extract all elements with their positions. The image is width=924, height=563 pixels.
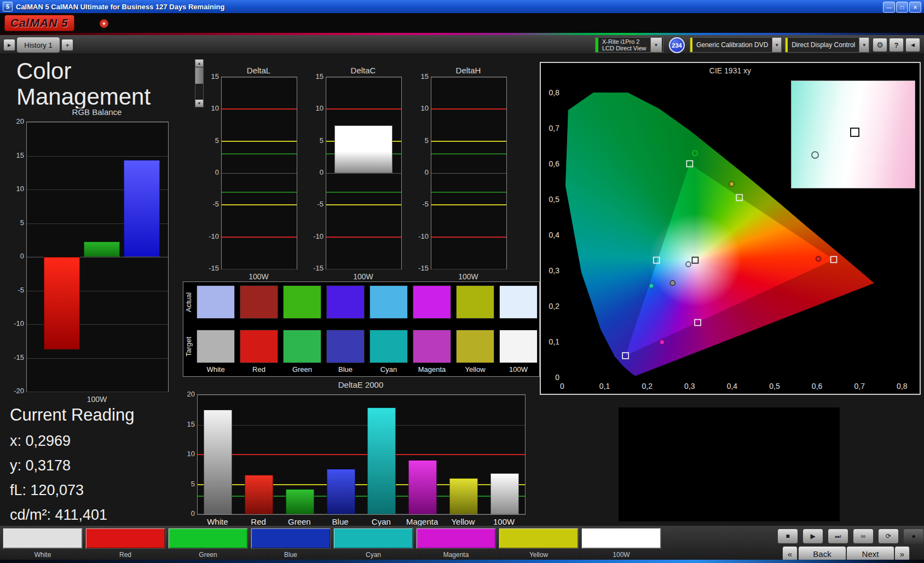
red-limit-line	[431, 237, 506, 238]
record-button[interactable]: ●	[903, 528, 924, 544]
rgb-balance-chart: RGB Balance20151050-5-10-15-20100W	[16, 107, 175, 403]
cie-x-tick: 0,5	[763, 382, 787, 390]
back-button[interactable]: Back	[798, 546, 846, 561]
page-title: Color Management	[16, 58, 224, 108]
stop-button[interactable]: ■	[777, 528, 798, 544]
rgb-balance-title: RGB Balance	[26, 107, 168, 117]
x-category-label: 100W	[483, 517, 525, 526]
tab-history-1[interactable]: History 1	[16, 37, 60, 53]
yellow-limit-line	[431, 141, 506, 142]
x-category-label: Cyan	[360, 517, 402, 526]
delta-bar	[334, 125, 392, 174]
pattern-patch-blue[interactable]	[251, 528, 331, 549]
y-tick-label: 20	[178, 390, 195, 398]
scroll-up-icon[interactable]: ▲	[195, 60, 203, 67]
deltae-title: DeltaE 2000	[197, 380, 524, 389]
y-tick-label: 5	[204, 136, 219, 145]
yellow-limit-line	[222, 141, 297, 142]
deltae-bar-yellow	[449, 478, 478, 514]
display-control-dropdown[interactable]: Direct Display Control ▼	[785, 37, 869, 53]
cie-x-tick: 0,3	[678, 382, 702, 390]
next-button[interactable]: Next	[846, 546, 894, 561]
gridline	[431, 173, 506, 174]
yellow-limit-line	[326, 204, 401, 205]
scroll-down-icon[interactable]: ▼	[195, 100, 203, 107]
green-limit-line	[222, 192, 297, 193]
play-button[interactable]: ▶	[802, 528, 823, 544]
y-tick-label: 10	[204, 104, 219, 112]
actual-swatch-magenta	[413, 285, 451, 319]
pattern-patch-white[interactable]	[3, 528, 83, 549]
minimize-button[interactable]: —	[883, 2, 895, 13]
y-tick-label: 0	[5, 252, 24, 260]
deltac-plot	[326, 77, 402, 269]
loop-button[interactable]: ∞	[853, 528, 874, 544]
display-control-label: Direct Display Control	[788, 38, 859, 52]
panel-expander-button[interactable]: ▶	[3, 39, 15, 51]
window-title: CalMAN 5 CalMAN Ultimate for Business 12…	[16, 3, 224, 11]
meter-text: X-Rite i1Pro 2 LCD Direct View	[598, 38, 650, 52]
chevron-down-icon[interactable]: ▼	[772, 38, 781, 52]
target-swatch-100w	[499, 330, 538, 363]
skip-forward-button[interactable]: ⏭	[828, 528, 848, 544]
x-category-label: Green	[279, 517, 320, 526]
y-tick-label: -15	[5, 353, 24, 361]
pattern-patch-yellow[interactable]	[499, 528, 579, 549]
chevron-down-icon[interactable]: ▼	[859, 38, 869, 52]
settings-gear-button[interactable]: ⚙	[873, 38, 887, 52]
refresh-button[interactable]: ⟳	[878, 528, 899, 544]
pattern-patch-red[interactable]	[85, 528, 165, 549]
actual-swatch-blue	[326, 285, 365, 319]
cie-x-tick: 0,1	[593, 382, 617, 390]
gridline	[27, 392, 168, 392]
scrollbar-thumb[interactable]	[195, 67, 203, 84]
deltae-bar-white	[204, 410, 232, 514]
green-limit-line	[431, 153, 506, 154]
gridline	[326, 77, 401, 78]
close-button[interactable]: ✕	[909, 2, 921, 13]
y-tick-label: 10	[308, 104, 324, 112]
source-dropdown[interactable]: Generic Calibration DVD ▼	[690, 37, 782, 53]
source-label: Generic Calibration DVD	[692, 38, 772, 52]
delta-scrollbar[interactable]: ▲ ▼	[195, 59, 204, 107]
x-axis-label: 100W	[26, 395, 168, 404]
pattern-patch-magenta[interactable]	[416, 528, 496, 549]
cie-x-tick: 0,7	[847, 382, 871, 390]
reading-x: x: 0,2969	[10, 433, 185, 450]
meter-dropdown[interactable]: X-Rite i1Pro 2 LCD Direct View ▼	[595, 37, 663, 53]
actual-swatch-white	[197, 285, 235, 319]
cie-x-tick: 0,6	[805, 382, 829, 390]
pattern-patch-100w[interactable]	[581, 528, 661, 549]
target-swatch-red	[240, 330, 278, 363]
target-swatch-cyan	[369, 330, 408, 363]
pattern-patch-green[interactable]	[168, 528, 248, 549]
toolbar: ▶ History 1 + X-Rite i1Pro 2 LCD Direct …	[0, 35, 924, 54]
logo-menu-button[interactable]: ▼	[100, 19, 108, 28]
y-tick-label: 5	[413, 136, 429, 145]
page-title-line1: Color	[16, 58, 224, 84]
back-skip-button[interactable]: «	[782, 546, 798, 561]
cie-1931-chart: CIE 1931 xy 0,80,70,60,50,40,30,20,1000,…	[540, 62, 921, 395]
y-tick-label: -20	[5, 387, 24, 395]
collapse-right-button[interactable]: ◀	[905, 38, 920, 52]
x-axis-label: 100W	[431, 272, 506, 281]
next-skip-button[interactable]: »	[894, 546, 910, 561]
deltal-plot	[221, 77, 297, 269]
add-tab-button[interactable]: +	[61, 39, 73, 51]
inset-measured-circle	[811, 151, 819, 159]
pattern-patch-cyan[interactable]	[333, 528, 413, 549]
cie-y-tick: 0,7	[542, 124, 559, 133]
cie-whitepoint-inset	[791, 81, 915, 188]
actual-swatch-cyan	[369, 285, 408, 319]
cie-x-tick: 0,2	[635, 382, 659, 390]
maximize-button[interactable]: □	[896, 2, 908, 13]
chevron-down-icon[interactable]: ▼	[650, 38, 662, 52]
y-tick-label: 15	[204, 72, 219, 81]
cie-y-tick: 0,4	[542, 231, 559, 239]
target-swatch-green	[283, 330, 321, 363]
y-tick-label: 0	[308, 168, 324, 176]
deltae-bar-red	[245, 475, 273, 514]
actual-swatch-yellow	[456, 285, 494, 319]
gridline	[222, 77, 297, 78]
help-button[interactable]: ?	[889, 38, 904, 52]
